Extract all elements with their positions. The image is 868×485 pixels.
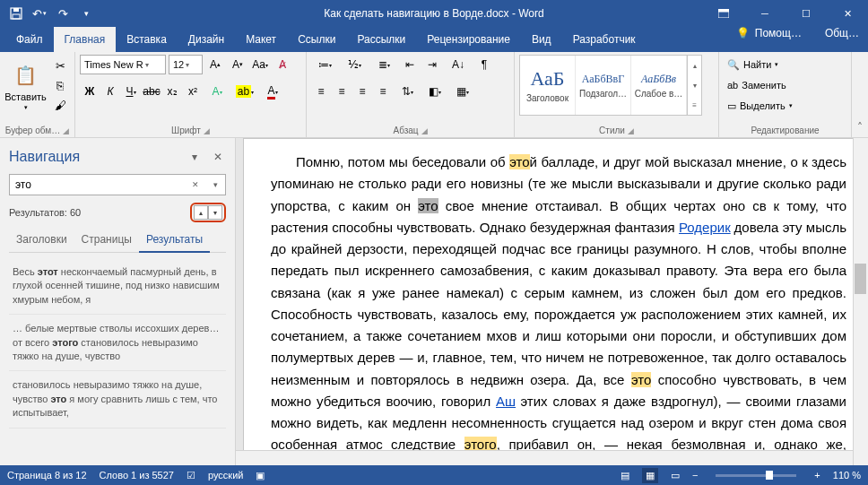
clear-format-icon[interactable]: A̷ <box>273 55 292 74</box>
dialog-launcher-icon[interactable]: ◢ <box>628 126 634 135</box>
text-effects-icon[interactable]: A▾ <box>204 82 230 101</box>
tab-design[interactable]: Дизайн <box>178 27 235 52</box>
bullets-icon[interactable]: ≔▾ <box>311 55 338 74</box>
bold-icon[interactable]: Ж <box>80 82 100 101</box>
dialog-launcher-icon[interactable]: ◢ <box>421 126 428 135</box>
align-right-icon[interactable]: ≡ <box>352 82 372 101</box>
font-name-combo[interactable]: Times New R▾ <box>80 55 166 74</box>
align-center-icon[interactable]: ≡ <box>332 82 352 101</box>
nav-close-icon[interactable]: ✕ <box>210 149 226 165</box>
change-case-icon[interactable]: Aa▾ <box>250 55 270 74</box>
close-icon[interactable]: ✕ <box>827 0 868 27</box>
select-button[interactable]: ▭Выделить▾ <box>724 96 796 116</box>
nav-search-dropdown-icon[interactable]: ▾ <box>205 180 225 189</box>
superscript-icon[interactable]: x² <box>183 82 203 101</box>
nav-tab-headings[interactable]: Заголовки <box>9 228 74 252</box>
zoom-knob[interactable] <box>766 471 773 480</box>
svg-rect-4 <box>718 12 729 18</box>
tab-mailings[interactable]: Рассылки <box>346 27 416 52</box>
find-button[interactable]: 🔍Найти▾ <box>724 55 796 74</box>
status-words[interactable]: Слово 1 из 5527 <box>100 470 174 481</box>
nav-menu-icon[interactable]: ▾ <box>187 149 203 165</box>
nav-next-result-icon[interactable]: ▾ <box>208 205 222 220</box>
dialog-launcher-icon[interactable]: ◢ <box>63 126 69 135</box>
maximize-icon[interactable]: ☐ <box>786 0 827 27</box>
tab-layout[interactable]: Макет <box>235 27 287 52</box>
tab-review[interactable]: Рецензирование <box>416 27 521 52</box>
style-heading[interactable]: АаБЗаголовок <box>520 56 576 115</box>
subscript-icon[interactable]: x₂ <box>162 82 182 101</box>
nav-search-input[interactable] <box>10 178 186 191</box>
shading-icon[interactable]: ◧▾ <box>421 82 448 101</box>
zoom-level[interactable]: 110 % <box>833 470 861 481</box>
borders-icon[interactable]: ▦▾ <box>449 82 476 101</box>
nav-search-box[interactable]: ✕ ▾ <box>9 174 226 195</box>
status-macro-icon[interactable]: ▣ <box>256 470 265 481</box>
tab-home[interactable]: Главная <box>54 27 117 52</box>
list-item[interactable]: Весь этот нескончаемый пасмурный день, в… <box>9 258 226 315</box>
zoom-in-icon[interactable]: + <box>814 470 820 481</box>
underline-icon[interactable]: Ч▾ <box>121 82 141 101</box>
zoom-slider[interactable] <box>716 474 796 477</box>
view-web-icon[interactable]: ▭ <box>671 470 680 481</box>
tell-me[interactable]: Помощ… <box>755 27 802 39</box>
qat-customize-icon[interactable]: ▾ <box>75 3 97 24</box>
redo-icon[interactable]: ↷ <box>52 3 74 24</box>
show-marks-icon[interactable]: ¶ <box>474 55 494 74</box>
italic-icon[interactable]: К <box>100 82 120 101</box>
nav-tab-pages[interactable]: Страницы <box>74 228 139 252</box>
cut-icon[interactable]: ✂ <box>50 56 70 74</box>
horizontal-scrollbar[interactable] <box>236 450 853 465</box>
zoom-out-icon[interactable]: − <box>692 470 698 481</box>
vertical-scrollbar[interactable] <box>853 138 868 465</box>
tab-view[interactable]: Вид <box>521 27 562 52</box>
collapse-ribbon-icon[interactable]: ˄ <box>852 52 868 137</box>
status-page[interactable]: Страница 8 из 12 <box>7 470 87 481</box>
highlight-icon[interactable]: ab▾ <box>231 82 258 101</box>
ribbon-options-icon[interactable] <box>703 0 744 27</box>
copy-icon[interactable]: ⎘ <box>50 76 70 94</box>
undo-icon[interactable]: ↶▾ <box>29 3 50 24</box>
status-spell-icon[interactable]: ☑ <box>187 470 195 481</box>
format-painter-icon[interactable]: 🖌 <box>50 96 70 114</box>
line-spacing-icon[interactable]: ⇅▾ <box>394 82 421 101</box>
align-left-icon[interactable]: ≡ <box>311 82 331 101</box>
numbering-icon[interactable]: ⅟₂▾ <box>341 55 368 74</box>
minimize-icon[interactable]: ─ <box>744 0 786 27</box>
grow-font-icon[interactable]: A▴ <box>205 55 225 74</box>
list-item[interactable]: становилось невыразимо тяжко на душе, чу… <box>9 371 226 428</box>
styles-gallery[interactable]: АаБЗаголовок АаБбВвГПодзагол… АаБбВвСлаб… <box>519 55 702 116</box>
status-language[interactable]: русский <box>208 470 243 481</box>
save-icon[interactable] <box>5 3 27 24</box>
gallery-down-icon[interactable]: ▾ <box>688 75 701 95</box>
tab-file[interactable]: Файл <box>5 27 54 52</box>
sort-icon[interactable]: A↓ <box>445 55 472 74</box>
tab-references[interactable]: Ссылки <box>287 27 346 52</box>
nav-prev-result-icon[interactable]: ▴ <box>194 205 208 220</box>
list-item[interactable]: … белые мертвые стволы иссохших дерев… о… <box>9 315 226 371</box>
strike-icon[interactable]: abc <box>142 82 161 101</box>
indent-dec-icon[interactable]: ⇤ <box>400 55 420 74</box>
replace-button[interactable]: abЗаменить <box>724 75 796 95</box>
style-subtle[interactable]: АаБбВвСлабое в… <box>631 56 687 115</box>
nav-search-clear-icon[interactable]: ✕ <box>186 180 205 189</box>
dialog-launcher-icon[interactable]: ◢ <box>204 126 210 135</box>
tab-developer[interactable]: Разработчик <box>562 27 647 52</box>
gallery-more-icon[interactable]: ≡ <box>688 95 701 115</box>
view-read-icon[interactable]: ▤ <box>621 470 629 481</box>
scroll-thumb[interactable] <box>855 264 866 294</box>
document-page[interactable]: Помню, потом мы беседовали об этой балла… <box>243 138 862 465</box>
style-subheading[interactable]: АаБбВвГПодзагол… <box>576 56 631 115</box>
view-print-icon[interactable]: ▦ <box>642 468 658 483</box>
gallery-up-icon[interactable]: ▴ <box>688 56 701 75</box>
share-button[interactable]: Общ… <box>825 27 859 39</box>
nav-tab-results[interactable]: Результаты <box>139 228 210 253</box>
justify-icon[interactable]: ≡ <box>373 82 393 101</box>
multilevel-icon[interactable]: ≣▾ <box>370 55 397 74</box>
paste-button[interactable]: 📋 Вставить ▾ <box>4 55 47 117</box>
tab-insert[interactable]: Вставка <box>116 27 178 52</box>
indent-inc-icon[interactable]: ⇥ <box>422 55 442 74</box>
shrink-font-icon[interactable]: A▾ <box>228 55 247 74</box>
font-color-icon[interactable]: A▾ <box>259 82 286 101</box>
font-size-combo[interactable]: 12▾ <box>169 55 203 74</box>
